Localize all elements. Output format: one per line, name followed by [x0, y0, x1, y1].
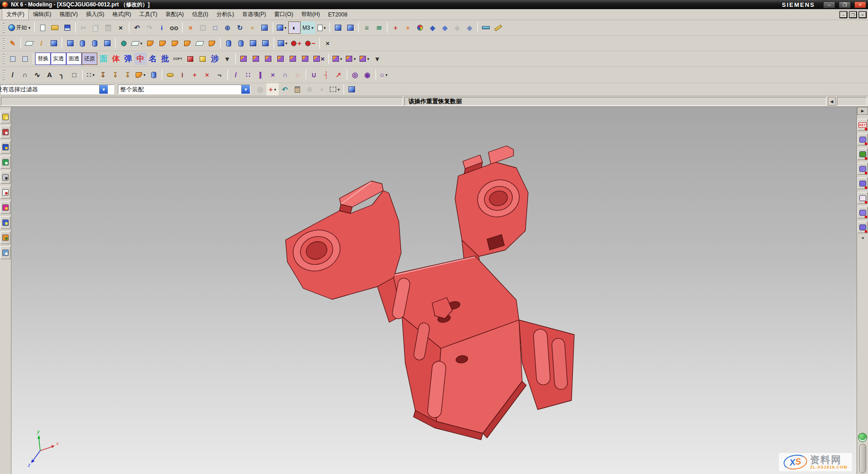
rollback-selection-button[interactable]: ↶: [279, 83, 291, 96]
rotate-view-button[interactable]: ↻: [234, 21, 246, 34]
circle-two-point-button[interactable]: ◉: [361, 69, 374, 81]
zoom-in-out-button[interactable]: ⊕: [222, 21, 234, 34]
revolve-button[interactable]: [76, 37, 89, 49]
render-style-button[interactable]: M3▾: [301, 21, 315, 34]
subtract-button[interactable]: [235, 37, 247, 49]
replace-component-button[interactable]: [275, 53, 287, 65]
block-button[interactable]: [101, 37, 113, 49]
view-orientation-button[interactable]: ▾: [275, 21, 289, 34]
menu-item-2[interactable]: 视图(V): [55, 9, 82, 20]
work-section-button[interactable]: [344, 21, 356, 34]
mdi-minimize-button[interactable]: –: [839, 11, 847, 18]
body-tool-button[interactable]: 体: [110, 53, 122, 65]
section-curve-button[interactable]: ↧: [122, 69, 134, 81]
minimize-button[interactable]: –: [823, 1, 835, 8]
bridge-curve-button[interactable]: ≀: [176, 69, 189, 81]
palette-item-three-hole-plate-part[interactable]: [857, 177, 868, 189]
hole-button[interactable]: [89, 37, 101, 49]
trim-body-button[interactable]: [259, 37, 272, 49]
deselect-all-button[interactable]: [291, 83, 303, 96]
mdi-restore-button[interactable]: ❐: [849, 11, 857, 18]
component-spacing-button[interactable]: ▾: [358, 53, 371, 65]
rectangle-select-button[interactable]: ▾: [328, 83, 342, 96]
palette-item-elbow-mount-part[interactable]: [857, 221, 868, 233]
toolbar-grip[interactable]: [3, 23, 5, 33]
dashed-circles-button[interactable]: ◌: [291, 69, 304, 81]
palette-item-key[interactable]: KEY: [857, 119, 868, 131]
palette-item-green-block-part[interactable]: [857, 148, 868, 160]
menu-item-12[interactable]: ET2008: [324, 10, 351, 19]
thicken-button[interactable]: [206, 37, 218, 49]
invert-shown-button[interactable]: ◈: [463, 21, 476, 34]
spring-tool-button[interactable]: 弹: [122, 53, 134, 65]
process-studio-tab[interactable]: [0, 201, 11, 214]
sketch-line-button[interactable]: /: [230, 69, 242, 81]
offset-region-minus-button[interactable]: −: [303, 37, 318, 49]
intersect-button[interactable]: [247, 37, 259, 49]
part-bracket[interactable]: [286, 146, 574, 440]
menu-item-1[interactable]: 编辑(E): [29, 9, 55, 20]
sphere-button[interactable]: [117, 37, 130, 49]
assembly-navigator-tab[interactable]: [0, 111, 11, 123]
close-button[interactable]: ×: [854, 1, 866, 8]
roles-tab[interactable]: [0, 231, 11, 244]
fit-view-button[interactable]: ×: [185, 21, 197, 34]
capture-green-dot-icon[interactable]: [858, 433, 867, 442]
pan-view-button[interactable]: +: [246, 21, 259, 34]
edge-blend-button[interactable]: [157, 37, 169, 49]
line-button[interactable]: /: [6, 69, 19, 81]
red-cube-tool-button[interactable]: [184, 53, 196, 65]
selection-filter-combo[interactable]: 没有选择过滤器 ▼: [0, 85, 114, 94]
toolbar-grip[interactable]: [3, 70, 5, 80]
manufacturing-wizard-tab[interactable]: [0, 216, 11, 229]
palette-expand-button[interactable]: ▸: [857, 107, 868, 115]
delete-constraint-button[interactable]: ×: [312, 53, 327, 65]
menu-item-4[interactable]: 格式(R): [108, 9, 135, 20]
palette-item-t-slot-part[interactable]: [857, 133, 868, 145]
quick-extend-button[interactable]: ↗: [333, 69, 345, 81]
info-window-button[interactable]: i: [156, 21, 168, 34]
layer-settings-button[interactable]: ≡: [360, 21, 373, 34]
drag-component-button[interactable]: [262, 53, 275, 65]
more-assembly-button[interactable]: ▾: [371, 53, 383, 65]
edit-object-display-button[interactable]: [414, 21, 426, 34]
chamfer-button[interactable]: [181, 37, 194, 49]
trim-curve-button[interactable]: ×: [201, 69, 213, 81]
shaded-display-button[interactable]: ◐: [288, 21, 301, 34]
start-button[interactable]: 开始▾: [6, 21, 32, 34]
assembly-constraints-button[interactable]: [250, 53, 262, 65]
datum-axis-button[interactable]: /: [35, 37, 48, 49]
show-and-hide-button[interactable]: ◈: [426, 21, 439, 34]
internet-explorer-tab[interactable]: [0, 156, 11, 169]
snap-point-button[interactable]: +▾: [266, 83, 279, 96]
palette-item-cross-fitting-part[interactable]: [857, 207, 868, 218]
graphics-canvas[interactable]: x y z: [11, 107, 857, 474]
intersection-curve-button[interactable]: ↧: [109, 69, 122, 81]
menu-item-5[interactable]: 工具(T): [135, 9, 161, 20]
menu-item-0[interactable]: 文件(F): [2, 9, 29, 20]
align-constraint-button[interactable]: [299, 53, 312, 65]
move-component-button[interactable]: [238, 53, 250, 65]
copy-tool-button[interactable]: COPY: [171, 53, 184, 65]
replace-button[interactable]: 替换: [35, 53, 51, 65]
wcs-display-button[interactable]: +: [389, 21, 402, 34]
menu-item-8[interactable]: 分析(L): [212, 9, 238, 20]
find-button[interactable]: oo: [168, 21, 180, 34]
wrap-curve-button[interactable]: [148, 69, 160, 81]
menu-item-11[interactable]: 帮助(H): [297, 9, 324, 20]
circle-center-point-button[interactable]: ◎: [349, 69, 361, 81]
project-curve-button[interactable]: ↧: [97, 69, 109, 81]
solid-transparent-button[interactable]: 实透: [51, 53, 66, 65]
extrude-button[interactable]: [64, 37, 76, 49]
arc-button[interactable]: ∩: [19, 69, 31, 81]
corner-curve-button[interactable]: ¬: [213, 69, 226, 81]
display-mode-toggle-button[interactable]: [19, 53, 31, 65]
datum-plane-button[interactable]: [23, 37, 35, 49]
zoom-window-button[interactable]: □: [209, 21, 222, 34]
toolbar-grip[interactable]: [3, 38, 5, 48]
face-analysis-button[interactable]: ▾: [315, 21, 328, 34]
rectangle-button[interactable]: □: [68, 69, 80, 81]
restore-button[interactable]: ❐: [839, 1, 851, 8]
arc-through-points-button[interactable]: ∩: [279, 69, 291, 81]
open-file-button[interactable]: [49, 21, 61, 34]
